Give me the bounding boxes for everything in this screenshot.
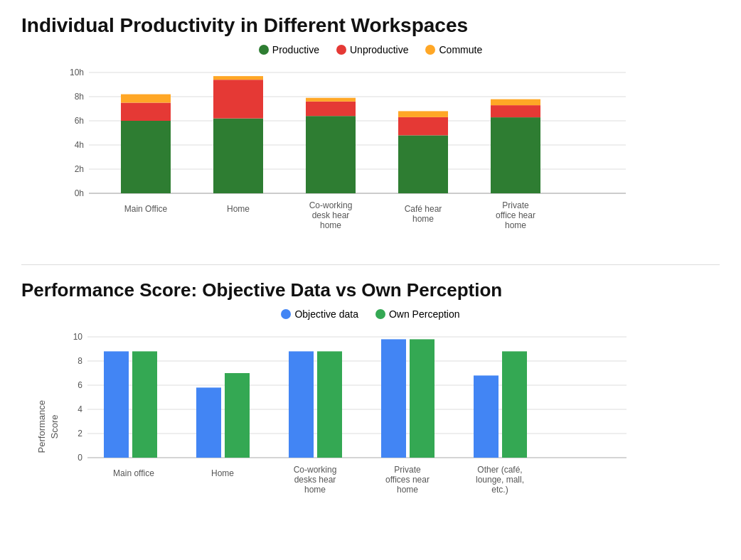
chart2-wrapper: PerformanceScore 10 8 6 4 2 0 Main offic…	[36, 327, 720, 526]
legend-productive-label: Productive	[272, 44, 319, 55]
svg-text:desks hear: desks hear	[294, 475, 336, 485]
svg-text:8h: 8h	[75, 92, 84, 102]
svg-text:Main Office: Main Office	[124, 204, 168, 214]
svg-text:Home: Home	[227, 204, 250, 214]
legend-perception: Own Perception	[375, 308, 460, 320]
svg-text:home: home	[397, 485, 418, 495]
svg-text:Private: Private	[395, 465, 422, 475]
chart1-svg: 10h 8h 6h 4h 2h 0h Main Office Home	[64, 63, 668, 247]
legend-perception-label: Own Perception	[389, 308, 460, 320]
svg-text:8: 8	[78, 356, 83, 366]
svg-text:10: 10	[73, 332, 83, 342]
bar-productive-1	[213, 119, 263, 193]
svg-text:6: 6	[78, 380, 83, 390]
bar-productive-3	[398, 135, 448, 193]
perception-dot	[375, 309, 385, 319]
chart2-title: Performance Score: Objective Data vs Own…	[21, 279, 720, 301]
bar-commute-3	[398, 111, 448, 117]
bar-commute-4	[491, 99, 540, 106]
svg-text:10h: 10h	[70, 68, 84, 77]
bar-commute-2	[306, 98, 356, 102]
svg-text:etc.): etc.)	[492, 485, 508, 495]
svg-text:office hear: office hear	[496, 210, 535, 220]
svg-text:offices near: offices near	[385, 475, 430, 485]
legend-objective: Objective data	[281, 308, 358, 320]
svg-text:Home: Home	[211, 468, 234, 478]
bar-perc-4	[502, 351, 527, 458]
svg-text:Other (café,: Other (café,	[478, 465, 523, 475]
legend-objective-label: Objective data	[294, 308, 358, 320]
y-axis-label: PerformanceScore	[36, 400, 61, 453]
bar-perc-2	[317, 351, 342, 458]
svg-text:desk hear: desk hear	[312, 210, 350, 220]
commute-dot	[425, 45, 435, 55]
bar-obj-2	[289, 351, 314, 458]
svg-text:2h: 2h	[75, 164, 84, 174]
svg-text:Private: Private	[502, 200, 529, 210]
chart2-section: Performance Score: Objective Data vs Own…	[21, 279, 720, 526]
svg-text:Café hear: Café hear	[405, 204, 442, 214]
objective-dot	[281, 309, 291, 319]
bar-perc-0	[132, 351, 157, 458]
legend-unproductive: Unproductive	[336, 44, 409, 55]
bar-perc-3	[410, 339, 435, 458]
svg-text:4: 4	[78, 404, 83, 414]
bar-unproductive-4	[491, 105, 540, 117]
bar-commute-1	[213, 76, 263, 80]
chart2-legend: Objective data Own Perception	[21, 308, 720, 320]
svg-text:lounge, mall,: lounge, mall,	[476, 475, 524, 485]
bar-productive-4	[491, 117, 540, 193]
bar-obj-3	[381, 339, 406, 458]
svg-text:2: 2	[78, 429, 83, 438]
svg-text:Co-working: Co-working	[309, 200, 353, 210]
bar-obj-4	[474, 375, 499, 458]
bar-productive-2	[306, 116, 356, 193]
svg-text:Co-working: Co-working	[294, 465, 337, 475]
bar-unproductive-0	[121, 103, 171, 122]
bar-perc-1	[225, 373, 250, 458]
bar-unproductive-3	[398, 117, 448, 136]
svg-text:0: 0	[78, 453, 83, 463]
productive-dot	[259, 45, 269, 55]
chart1-section: Individual Productivity in Different Wor…	[21, 14, 720, 250]
bar-obj-0	[104, 351, 129, 458]
svg-text:Main office: Main office	[113, 468, 154, 478]
svg-text:home: home	[412, 214, 434, 224]
svg-text:home: home	[304, 485, 326, 495]
svg-text:6h: 6h	[75, 116, 84, 126]
bar-unproductive-2	[306, 102, 356, 116]
legend-unproductive-label: Unproductive	[350, 44, 409, 55]
bar-productive-0	[121, 121, 171, 193]
unproductive-dot	[336, 45, 346, 55]
svg-text:4h: 4h	[75, 140, 84, 150]
legend-commute: Commute	[425, 44, 482, 55]
chart2-svg: 10 8 6 4 2 0 Main office Home	[65, 327, 648, 526]
chart1-legend: Productive Unproductive Commute	[21, 44, 720, 55]
svg-text:home: home	[320, 220, 341, 230]
section-divider	[21, 264, 720, 265]
legend-productive: Productive	[259, 44, 319, 55]
bar-commute-0	[121, 95, 171, 103]
svg-text:0h: 0h	[75, 188, 84, 198]
bar-unproductive-1	[213, 80, 263, 118]
legend-commute-label: Commute	[439, 44, 482, 55]
bar-obj-1	[196, 387, 221, 458]
chart1-title: Individual Productivity in Different Wor…	[21, 14, 720, 37]
svg-text:home: home	[505, 220, 526, 230]
